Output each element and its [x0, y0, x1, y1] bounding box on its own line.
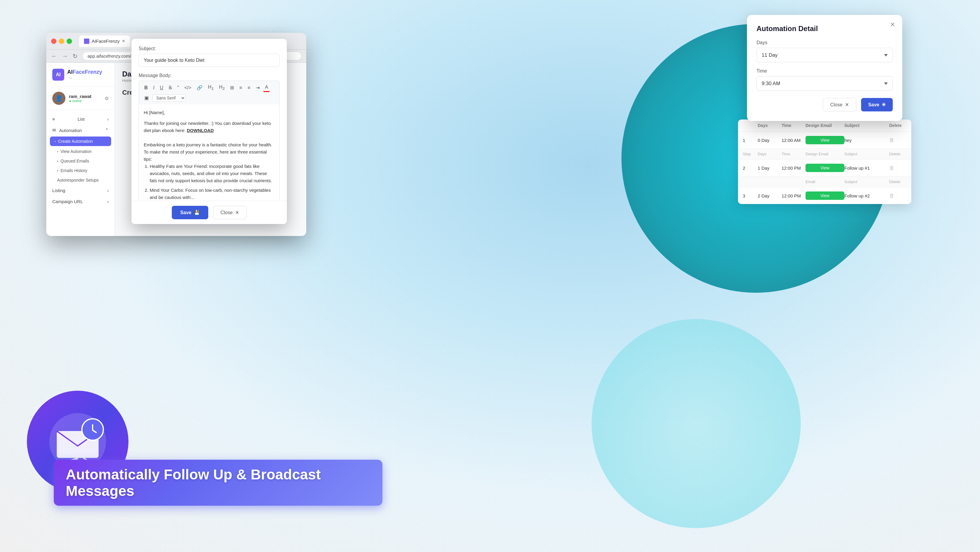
- sidebar-logo: AI AIFaceFrenzy →: [46, 69, 115, 87]
- time-select[interactable]: 9:30 AM 12:00 AM 12:00 PM: [757, 76, 893, 91]
- detail-close-btn[interactable]: Close ✕: [823, 98, 856, 111]
- message-body-label: Message Body:: [138, 73, 280, 78]
- email-modal-body: Subject: Message Body: B I U S " </> 🔗 H…: [132, 39, 287, 216]
- tab-close-btn[interactable]: ✕: [122, 39, 125, 43]
- quote-btn[interactable]: ": [175, 84, 181, 92]
- row1-view-btn[interactable]: View: [805, 136, 844, 144]
- sidebar-item-queued-emails[interactable]: • Queued Emails: [46, 156, 115, 166]
- automation-section: ✉ Automation ⌃ • Create Automation • Vie…: [46, 124, 115, 175]
- subject-field-label: Subject:: [138, 46, 280, 51]
- email-body-intro: Thanks for joining our newsletter. :) Yo…: [144, 120, 275, 134]
- email-save-btn[interactable]: Save 💾: [172, 206, 208, 219]
- sidebar-item-campaign-url[interactable]: Campaign URL ›: [46, 196, 115, 207]
- strikethrough-btn[interactable]: S: [167, 84, 174, 92]
- table-btn[interactable]: ⊞: [228, 84, 236, 92]
- maximize-window-dot[interactable]: [67, 38, 72, 44]
- table-header-row: Days Time Design Email Subject Delete: [738, 119, 911, 132]
- detail-close-icon[interactable]: ✕: [890, 21, 895, 28]
- banner-text: Automatically Follow Up & Broadcast Mess…: [66, 466, 371, 499]
- save-icon: 💾: [194, 210, 200, 215]
- table-row: 2 1 Day 12:00 PM View Follow up #1 🗑: [738, 159, 911, 177]
- col-design-email-header: Design Email: [805, 123, 844, 128]
- underline-btn[interactable]: U: [158, 84, 165, 92]
- sidebar: AI AIFaceFrenzy → 👤 ram_rawat ● online ⚙…: [46, 63, 115, 236]
- font-color-btn[interactable]: A: [263, 83, 270, 92]
- detail-close-label: Close: [830, 102, 843, 108]
- detail-save-btn[interactable]: Save ✳: [861, 98, 893, 111]
- sub2-empty2: [758, 180, 782, 184]
- align-right-btn[interactable]: ≡: [246, 84, 252, 92]
- align-left-btn[interactable]: ≡: [237, 84, 244, 92]
- nav-refresh-btn[interactable]: ↻: [73, 52, 78, 60]
- row1-delete-btn[interactable]: 🗑: [889, 137, 911, 143]
- table-subheader-row-2: Email Subject Delete: [738, 177, 911, 187]
- campaign-arrow-icon: ›: [107, 199, 109, 204]
- sub-time: Time: [782, 152, 805, 156]
- row2-subject: Follow up #1: [844, 165, 889, 170]
- subject-input[interactable]: [138, 54, 280, 67]
- automation-label: Automation: [59, 128, 82, 133]
- row2-delete-btn[interactable]: 🗑: [889, 165, 911, 171]
- close-label: Close: [221, 210, 233, 215]
- promo-banner: Automatically Follow Up & Broadcast Mess…: [54, 460, 382, 506]
- code-btn[interactable]: </>: [183, 84, 193, 92]
- table-row: 3 2 Day 12:00 PM View Follow up #2 🗑: [738, 187, 911, 204]
- sidebar-navigation: ≡ List › ✉ Automation ⌃ • Create Automa: [46, 110, 115, 211]
- close-window-dot[interactable]: [51, 38, 56, 44]
- sidebar-item-view-automation[interactable]: • View Automation: [46, 147, 115, 156]
- bold-btn[interactable]: B: [143, 84, 150, 92]
- nav-back-btn[interactable]: ←: [51, 52, 57, 59]
- sidebar-item-emails-history[interactable]: • Emails History: [46, 166, 115, 175]
- row3-view-btn[interactable]: View: [805, 191, 844, 200]
- sub-days: Days: [758, 152, 782, 156]
- row2-view-btn[interactable]: View: [805, 164, 844, 172]
- link-btn[interactable]: 🔗: [195, 84, 204, 92]
- h2-btn[interactable]: H2: [217, 83, 226, 92]
- time-field: Time 9:30 AM 12:00 AM 12:00 PM: [757, 68, 893, 91]
- row2-time: 12:00 PM: [782, 165, 805, 170]
- logo-arrow-icon: →: [68, 76, 73, 80]
- row1-days: 0 Day: [758, 138, 782, 143]
- email-compose-modal: Subject: Message Body: B I U S " </> 🔗 H…: [132, 39, 287, 224]
- sidebar-item-listing[interactable]: Listing ›: [46, 185, 115, 196]
- days-select[interactable]: 11 Day 1 Day 2 Day 3 Day: [757, 48, 893, 62]
- indent-btn[interactable]: ⇥: [254, 84, 261, 92]
- username-label: ram_rawat: [69, 94, 91, 99]
- listing-arrow-icon: ›: [107, 188, 109, 193]
- sub-step: Step: [743, 152, 758, 156]
- sidebar-item-autoresponder[interactable]: Autoresponder Setups: [46, 175, 115, 185]
- row3-delete-btn[interactable]: 🗑: [889, 192, 911, 199]
- user-status-label: ● online: [69, 99, 91, 103]
- sidebar-item-create-automation[interactable]: • Create Automation: [50, 137, 111, 146]
- automation-section-header[interactable]: ✉ Automation ⌃: [46, 124, 115, 136]
- message-body-editor[interactable]: Hi [Name], Thanks for joining our newsle…: [138, 104, 280, 208]
- font-family-select[interactable]: Sans Serif Serif Monospace: [153, 94, 186, 102]
- sub-design: Design Email: [805, 152, 844, 156]
- active-bullet: •: [55, 140, 56, 143]
- user-settings-icon[interactable]: ⚙: [105, 95, 109, 101]
- download-link[interactable]: DOWNLOAD: [187, 128, 214, 133]
- sidebar-list-label: List: [78, 116, 84, 122]
- close-icon: ✕: [235, 210, 239, 215]
- automation-detail-panel: Automation Detail ✕ Days 11 Day 1 Day 2 …: [747, 15, 902, 121]
- sidebar-user: 👤 ram_rawat ● online ⚙: [46, 87, 115, 110]
- email-close-btn[interactable]: Close ✕: [213, 206, 247, 219]
- campaign-url-label: Campaign URL: [52, 199, 83, 204]
- row1-time: 12:00 AM: [782, 138, 805, 143]
- user-info: ram_rawat ● online: [69, 94, 91, 103]
- highlight-btn[interactable]: ▣: [143, 94, 151, 102]
- nav-forward-btn[interactable]: →: [62, 52, 68, 59]
- sub2-empty3: [782, 180, 805, 184]
- active-tab[interactable]: AIFaceFrenzy ✕: [79, 35, 130, 47]
- row3-days: 2 Day: [758, 193, 782, 198]
- minimize-window-dot[interactable]: [59, 38, 64, 44]
- h1-btn[interactable]: H1: [206, 83, 215, 92]
- row3-step: 3: [743, 193, 758, 198]
- sidebar-item-list[interactable]: ≡ List ›: [46, 113, 115, 124]
- col-subject-header: Subject: [844, 123, 889, 128]
- sub2-email: Email: [805, 180, 844, 184]
- col-step-header: [743, 123, 758, 128]
- detail-save-star-icon: ✳: [882, 102, 886, 108]
- italic-btn[interactable]: I: [151, 84, 156, 92]
- automation-table: Days Time Design Email Subject Delete 1 …: [738, 119, 911, 204]
